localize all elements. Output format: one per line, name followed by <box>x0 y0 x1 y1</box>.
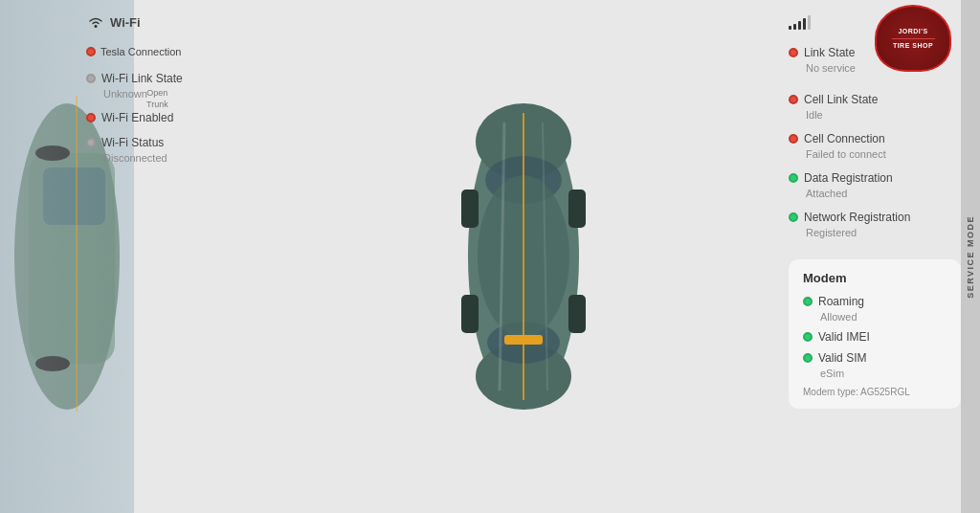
wifi-status-value: Disconnected <box>103 152 258 164</box>
jordi-logo: JORDI'S TIRE SHOP <box>875 5 951 72</box>
tesla-connection-dot <box>86 47 96 56</box>
signal-bar-1 <box>789 26 791 30</box>
network-registration-value: Registered <box>806 227 961 238</box>
data-registration-value: Attached <box>806 188 961 199</box>
link-state-dot <box>789 48 798 57</box>
car-top-view <box>447 94 600 419</box>
roaming-dot <box>803 297 813 306</box>
cell-connection-value: Failed to connect <box>806 148 961 160</box>
cell-connection-label: Cell Connection <box>804 132 885 145</box>
signal-bar-3 <box>798 21 801 30</box>
modem-type-label: Modem type: <box>803 387 858 397</box>
cell-link-state-label: Cell Link State <box>804 93 878 106</box>
network-registration-row: Network Registration Registered <box>789 211 961 238</box>
svg-rect-28 <box>461 190 479 228</box>
roaming-value: Allowed <box>820 311 947 323</box>
svg-rect-31 <box>568 295 586 333</box>
cell-link-state-row: Cell Link State Idle <box>789 93 961 121</box>
jordi-line2: TIRE SHOP <box>893 41 933 50</box>
jordi-divider <box>892 38 935 39</box>
cell-link-state-dot <box>789 95 798 104</box>
trunk-label: Trunk <box>146 100 168 111</box>
cell-connection-dot <box>789 134 798 144</box>
wifi-link-state-label: Wi-Fi Link State <box>101 72 183 85</box>
wifi-link-state-dot <box>86 74 96 83</box>
car-center <box>278 0 769 513</box>
wifi-header-row: Wi-Fi <box>86 14 258 30</box>
network-registration-label: Network Registration <box>804 211 910 224</box>
wifi-icon <box>86 14 105 30</box>
imei-label: Valid IMEI <box>818 330 870 344</box>
wifi-title: Wi-Fi <box>110 15 141 30</box>
svg-rect-29 <box>568 190 586 228</box>
wifi-link-state-value: Unknown <box>103 88 258 100</box>
data-registration-row: Data Registration Attached <box>789 171 961 199</box>
modem-sim-row: Valid SIM eSim <box>803 351 947 379</box>
signal-bar-5 <box>808 15 811 30</box>
wifi-panel: Wi-Fi Tesla Connection Wi-Fi Link State … <box>67 0 278 513</box>
tesla-connection-label: Tesla Connection <box>100 46 181 57</box>
open-label: Open <box>146 88 168 100</box>
svg-rect-27 <box>504 335 543 345</box>
signal-bars <box>789 14 811 30</box>
data-registration-label: Data Registration <box>804 171 893 185</box>
wifi-enabled-row: Wi-Fi Enabled <box>86 111 258 124</box>
modem-type-value: AG525RGL <box>860 387 910 397</box>
modem-roaming-row: Roaming Allowed <box>803 295 947 323</box>
modem-type-row: Modem type: AG525RGL <box>803 387 947 397</box>
roaming-label: Roaming <box>818 295 864 308</box>
tesla-connection-row: Tesla Connection <box>86 46 258 57</box>
cell-panel: Link State No service Cell Link State Id… <box>769 0 980 513</box>
cell-link-state-value: Idle <box>806 109 961 121</box>
cell-connection-row: Cell Connection Failed to connect <box>789 132 961 160</box>
data-registration-dot <box>789 173 798 183</box>
sim-label: Valid SIM <box>818 351 866 365</box>
imei-dot <box>803 332 813 342</box>
sim-dot <box>803 353 813 363</box>
wifi-enabled-dot <box>86 113 96 123</box>
wifi-status-row: Wi-Fi Status Disconnected <box>86 136 258 164</box>
service-mode-tab: SERVICE MODE <box>961 0 980 513</box>
wifi-enabled-label: Wi-Fi Enabled <box>101 111 173 124</box>
signal-bar-4 <box>803 18 806 30</box>
signal-bar-2 <box>793 24 796 30</box>
jordi-line1: JORDI'S <box>898 27 927 35</box>
main-screen: Open Trunk ⚡ ❄ 🔧 🧍 <box>0 0 980 513</box>
service-mode-label: SERVICE MODE <box>966 215 975 299</box>
content-area: Wi-Fi Tesla Connection Wi-Fi Link State … <box>67 0 980 513</box>
svg-point-19 <box>95 25 98 28</box>
wifi-link-state-row: Wi-Fi Link State Unknown <box>86 72 258 100</box>
svg-rect-30 <box>461 295 479 333</box>
modem-section: Modem Roaming Allowed Valid IMEI <box>789 259 961 409</box>
wifi-status-dot <box>86 138 96 147</box>
sim-value: eSim <box>820 368 947 379</box>
wifi-status-label: Wi-Fi Status <box>101 136 164 149</box>
modem-title: Modem <box>803 271 947 285</box>
modem-imei-row: Valid IMEI <box>803 330 947 344</box>
network-registration-dot <box>789 212 798 222</box>
link-state-label: Link State <box>804 46 855 59</box>
